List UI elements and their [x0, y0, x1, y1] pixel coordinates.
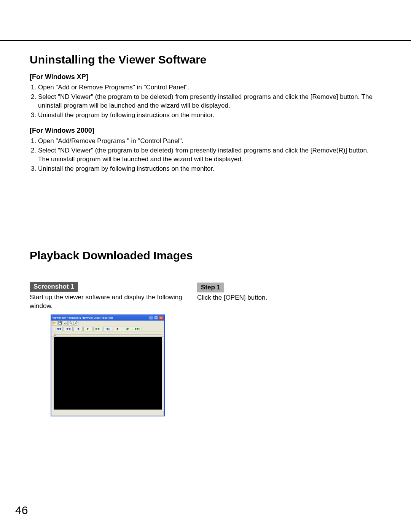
list-item: Select "ND Viewer" (the program to be de…: [38, 146, 396, 164]
ff-button[interactable]: ▶▶: [93, 327, 102, 331]
maximize-button[interactable]: ❐: [154, 316, 158, 320]
rewind-button[interactable]: ◀◀: [64, 327, 73, 331]
transport-bar: |◀◀ ◀◀ ◀ ▶ ▶▶ ◀|| ■ ||▶ ▶▶|: [51, 326, 164, 332]
open-icon[interactable]: 📂: [52, 321, 57, 326]
close-button[interactable]: ✕: [159, 316, 163, 320]
steps-xp: Open "Add or Remove Programs" in "Contro…: [38, 83, 396, 120]
step-back-button[interactable]: ◀||: [103, 327, 112, 331]
step-fwd-button[interactable]: ||▶: [123, 327, 132, 331]
list-item: Uninstall the program by following instr…: [38, 111, 396, 120]
minimize-button[interactable]: _: [149, 316, 153, 320]
slider-thumb[interactable]: [54, 333, 56, 336]
seek-slider[interactable]: [51, 332, 164, 337]
titlebar[interactable]: Viewer for Panasonic Network Disk Record…: [51, 315, 164, 321]
subhead-w2k: [For Windows 2000]: [30, 127, 396, 135]
step-text: Uninstall the program by following instr…: [38, 111, 396, 120]
back-button[interactable]: ◀: [73, 327, 83, 331]
zoom-in-icon[interactable]: 🔍: [68, 321, 73, 326]
screenshot-label: Screenshot 1: [30, 282, 78, 292]
list-item: Select "ND Viewer" (the program to be de…: [38, 93, 396, 110]
content-area: Uninstalling the Viewer Software [For Wi…: [30, 53, 396, 174]
viewer-window: Viewer for Panasonic Network Disk Record…: [51, 314, 165, 416]
play-button[interactable]: ▶: [83, 327, 92, 331]
step-text: Select "ND Viewer" (the program to be de…: [38, 146, 396, 164]
skip-back-button[interactable]: |◀◀: [54, 327, 63, 331]
toolbar: 📂 💾 🖨 🔍 🔎: [51, 321, 164, 326]
playback-section: Playback Downloaded Images Screenshot 1 …: [30, 249, 396, 416]
step-text: Click the [OPEN] button.: [197, 294, 267, 302]
screenshot-desc: Start up the viewer software and display…: [30, 293, 193, 311]
step-text: Select "ND Viewer" (the program to be de…: [38, 93, 396, 110]
save-icon[interactable]: 💾: [57, 321, 62, 326]
window-title: Viewer for Panasonic Network Disk Record…: [52, 316, 113, 319]
status-cell: [141, 411, 164, 415]
list-item: Open "Add/Remove Programs " in "Control …: [38, 137, 396, 146]
step-text: Open "Add or Remove Programs" in "Contro…: [38, 83, 396, 92]
steps-w2k: Open "Add/Remove Programs " in "Control …: [38, 137, 396, 173]
step-label: Step 1: [197, 283, 224, 292]
slider-track: [54, 334, 162, 335]
zoom-out-icon[interactable]: 🔎: [73, 321, 78, 326]
page-number: 46: [15, 504, 28, 517]
window-controls: _ ❐ ✕: [149, 316, 163, 320]
step-text: Open "Add/Remove Programs " in "Control …: [38, 137, 396, 146]
section-title-playback: Playback Downloaded Images: [30, 249, 396, 262]
statusbar: [51, 410, 164, 416]
top-rule: [0, 40, 411, 41]
stop-button[interactable]: ■: [113, 327, 122, 331]
status-cell: [52, 411, 140, 415]
skip-fwd-button[interactable]: ▶▶|: [133, 327, 142, 331]
list-item: Uninstall the program by following instr…: [38, 165, 396, 173]
section-title-uninstall: Uninstalling the Viewer Software: [30, 53, 396, 66]
video-area: [54, 337, 162, 410]
step-text: Uninstall the program by following instr…: [38, 165, 396, 173]
subhead-xp: [For Windows XP]: [30, 73, 396, 81]
list-item: Open "Add or Remove Programs" in "Contro…: [38, 83, 396, 92]
print-icon[interactable]: 🖨: [63, 321, 68, 326]
